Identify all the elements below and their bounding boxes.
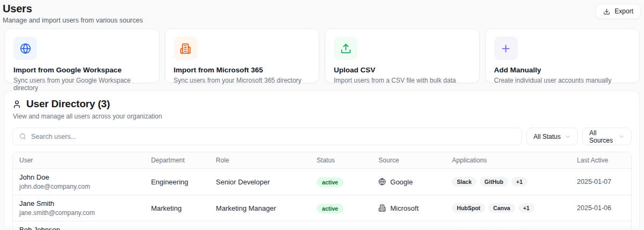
sources-filter-select[interactable]: All Sources xyxy=(582,128,632,145)
last-active-cell: 2024-12-20 xyxy=(570,221,631,230)
user-email: john.doe@company.com xyxy=(19,183,138,190)
user-cell: John Doejohn.doe@company.com xyxy=(13,169,144,195)
globe-icon xyxy=(20,43,31,54)
card-icon-box xyxy=(13,36,37,60)
source-cell: Microsoft xyxy=(372,195,445,221)
search-icon xyxy=(19,133,26,140)
download-icon xyxy=(603,8,610,15)
table-row[interactable]: Jane Smithjane.smith@company.comMarketin… xyxy=(13,195,631,221)
import-cards-row: Import from Google WorkspaceSync users f… xyxy=(0,28,644,83)
last-active-cell: 2025-01-06 xyxy=(570,195,631,221)
status-badge: active xyxy=(317,177,343,187)
sources-filter-value: All Sources xyxy=(589,129,619,144)
directory-title-row: User Directory (3) xyxy=(12,98,632,110)
directory-title: User Directory (3) xyxy=(26,98,110,110)
chevron-down-icon xyxy=(565,133,571,140)
user-name: John Doe xyxy=(19,173,138,181)
users-page: Users Manage and import users from vario… xyxy=(0,0,644,230)
card-icon-box xyxy=(334,36,357,60)
role-cell: Sales Representative xyxy=(209,221,310,230)
page-header-text: Users Manage and import users from vario… xyxy=(3,3,143,24)
building-icon xyxy=(180,43,191,54)
users-table: UserDepartmentRoleStatusSourceApplicatio… xyxy=(13,152,631,230)
status-filter-select[interactable]: All Status xyxy=(526,128,578,145)
application-pill: Canva xyxy=(488,203,515,213)
column-header: Applications xyxy=(445,152,570,169)
page-title: Users xyxy=(3,3,143,15)
import-card-2[interactable]: Import from Microsoft 365Sync users from… xyxy=(165,28,320,83)
column-header: Last Active xyxy=(570,152,631,169)
chevron-down-icon xyxy=(619,133,625,140)
import-card-1[interactable]: Import from Google WorkspaceSync users f… xyxy=(4,28,159,83)
application-pill: +1 xyxy=(518,203,535,213)
card-icon-box xyxy=(174,36,197,60)
export-button-label: Export xyxy=(614,8,633,15)
department-cell: Marketing xyxy=(144,195,209,221)
card-title: Import from Microsoft 365 xyxy=(174,66,311,74)
application-pill: +1 xyxy=(511,177,528,187)
application-pill: HubSpot xyxy=(452,203,485,213)
source-cell: Google xyxy=(372,169,445,195)
directory-subtitle: View and manage all users across your or… xyxy=(13,113,632,120)
user-cell: Jane Smithjane.smith@company.com xyxy=(13,195,144,221)
role-cell: Marketing Manager xyxy=(209,195,310,221)
page-header: Users Manage and import users from vario… xyxy=(0,0,644,28)
user-email: jane.smith@company.com xyxy=(19,209,138,217)
applications-cell: SalesforceLinkedIn xyxy=(445,221,570,230)
column-header: User xyxy=(13,152,144,169)
user-name: Jane Smith xyxy=(19,199,138,207)
card-title: Import from Google Workspace xyxy=(13,66,150,74)
directory-controls: All Status All Sources xyxy=(12,128,632,145)
plus-icon xyxy=(500,43,511,54)
table-row[interactable]: Bob Johnsonbob.johnson@company.comSalesS… xyxy=(13,221,631,230)
source-cell: Manual xyxy=(372,221,445,230)
page-subtitle: Manage and import users from various sou… xyxy=(3,17,143,24)
column-header: Status xyxy=(310,152,372,169)
user-name: Bob Johnson xyxy=(19,226,138,230)
status-cell: inactive xyxy=(310,221,372,230)
status-cell: active xyxy=(310,195,372,221)
card-description: Sync users from your Google Workspace di… xyxy=(13,77,150,92)
source-label: Microsoft xyxy=(390,204,419,212)
search-box xyxy=(12,128,522,145)
building-icon xyxy=(378,204,386,212)
import-card-3[interactable]: Upload CSVImport users from a CSV file w… xyxy=(325,28,480,83)
import-card-4[interactable]: Add ManuallyCreate individual user accou… xyxy=(485,28,640,83)
users-table-container: UserDepartmentRoleStatusSourceApplicatio… xyxy=(12,152,632,230)
globe-icon xyxy=(378,178,386,186)
card-description: Sync users from your Microsoft 365 direc… xyxy=(174,77,311,84)
last-active-cell: 2025-01-07 xyxy=(570,169,631,195)
column-header: Source xyxy=(372,152,445,169)
card-title: Upload CSV xyxy=(334,66,471,74)
column-header: Department xyxy=(144,152,209,169)
status-filter-value: All Status xyxy=(533,133,561,140)
application-pill: GitHub xyxy=(480,177,508,187)
source-label: Google xyxy=(390,178,413,186)
status-cell: active xyxy=(310,169,372,195)
upload-icon xyxy=(340,43,352,54)
table-row[interactable]: John Doejohn.doe@company.comEngineeringS… xyxy=(13,169,631,195)
table-header-row: UserDepartmentRoleStatusSourceApplicatio… xyxy=(13,152,631,169)
department-cell: Engineering xyxy=(144,169,209,195)
department-cell: Sales xyxy=(144,221,209,230)
card-icon-box xyxy=(494,36,518,60)
application-pill: Slack xyxy=(452,177,476,187)
card-title: Add Manually xyxy=(494,66,631,74)
card-description: Create individual user accounts manually xyxy=(494,77,631,84)
search-input[interactable] xyxy=(31,133,515,140)
role-cell: Senior Developer xyxy=(209,169,310,195)
card-description: Import users from a CSV file with bulk d… xyxy=(334,77,471,84)
applications-cell: HubSpotCanva+1 xyxy=(445,195,570,221)
applications-cell: SlackGitHub+1 xyxy=(445,169,570,195)
user-icon xyxy=(12,100,21,109)
column-header: Role xyxy=(209,152,310,169)
user-directory-section: User Directory (3) View and manage all u… xyxy=(4,91,640,226)
export-button[interactable]: Export xyxy=(596,4,641,19)
user-cell: Bob Johnsonbob.johnson@company.com xyxy=(13,221,144,230)
status-badge: active xyxy=(317,204,343,213)
